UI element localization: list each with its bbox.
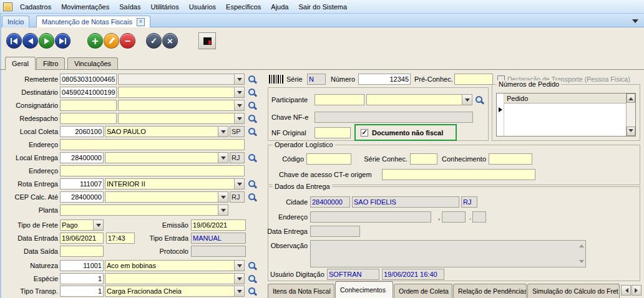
tipo-frete-combo[interactable]: Pago <box>60 219 104 231</box>
next-record-button[interactable] <box>39 33 54 49</box>
local-coleta-combo[interactable]: SAO PAULO <box>105 126 228 137</box>
numero-field[interactable]: 12345 <box>358 74 411 85</box>
consignatario-search-icon[interactable] <box>248 101 257 110</box>
nf-original-field[interactable] <box>315 127 351 138</box>
planta-combo[interactable] <box>60 204 228 216</box>
menu-usuarios[interactable]: Usuários <box>184 1 221 12</box>
menu-movimentacoes[interactable]: Movimentações <box>56 1 114 12</box>
tabs-scroll-right-button[interactable] <box>632 285 642 296</box>
remetente-search-icon[interactable] <box>248 75 257 84</box>
dropdown-arrow-icon[interactable] <box>218 153 228 163</box>
close-tab-icon[interactable]: × <box>137 18 145 26</box>
destinatario-code-field[interactable]: 04590241000199 <box>60 87 117 98</box>
tab-manutencao-notas-fiscais[interactable]: Manutenção de Notas Fiscais × <box>36 16 150 27</box>
dropdown-arrow-icon[interactable] <box>234 286 244 296</box>
add-record-button[interactable]: + <box>87 33 103 49</box>
natureza-code-field[interactable]: 11001 <box>60 260 104 271</box>
destinatario-search-icon[interactable] <box>248 88 257 97</box>
local-coleta-search-icon[interactable] <box>248 127 257 137</box>
dropdown-arrow-icon[interactable] <box>234 113 244 123</box>
dropdown-arrow-icon[interactable] <box>234 87 244 97</box>
last-record-button[interactable] <box>55 33 71 49</box>
dropdown-arrow-icon[interactable] <box>234 74 244 84</box>
tab-inicio[interactable]: Início <box>2 16 29 27</box>
data-saida-field[interactable] <box>60 246 104 257</box>
serie-conhec-field[interactable] <box>410 153 437 165</box>
dropdown-arrow-icon[interactable] <box>462 95 472 105</box>
tab-conhecimentos[interactable]: Conhecimentos <box>335 281 393 298</box>
participante-search-icon[interactable] <box>475 95 484 105</box>
consignatario-combo[interactable] <box>118 100 245 111</box>
documento-nao-fiscal-checkbox[interactable]: ✓ <box>361 129 368 137</box>
dropdown-arrow-icon[interactable] <box>234 100 244 110</box>
menu-utilitarios[interactable]: Utilitários <box>145 1 183 12</box>
tab-relacao-pendencias[interactable]: Relação de Pendências <box>453 284 527 298</box>
endereco-coleta-field[interactable] <box>60 139 245 150</box>
participante-code-field[interactable] <box>315 94 364 105</box>
local-coleta-code-field[interactable]: 2060100 <box>60 126 104 137</box>
pre-conhec-field[interactable] <box>454 74 493 85</box>
cep-calc-search-icon[interactable] <box>248 193 257 202</box>
tab-geral[interactable]: Geral <box>5 57 36 70</box>
tab-vinculacoes[interactable]: Vinculações <box>67 57 118 69</box>
dropdown-arrow-icon[interactable] <box>234 179 244 189</box>
dropdown-arrow-icon[interactable] <box>218 192 228 202</box>
cancel-button[interactable]: × <box>162 33 178 49</box>
tab-filtro[interactable]: Filtro <box>36 57 65 69</box>
tipo-transp-search-icon[interactable] <box>248 287 257 296</box>
menu-saidas[interactable]: Saídas <box>114 1 145 12</box>
data-entrada-date-field[interactable]: 19/06/2021 <box>60 233 104 244</box>
menu-cadastros[interactable]: Cadastros <box>15 1 56 12</box>
destinatario-combo[interactable] <box>118 87 245 98</box>
local-entrega-code-field[interactable]: 28400000 <box>60 152 104 163</box>
local-entrega-search-icon[interactable] <box>248 153 257 163</box>
dropdown-arrow-icon[interactable] <box>218 205 228 215</box>
tabs-scroll-left-button[interactable] <box>621 285 631 296</box>
tab-list-dropdown-icon[interactable] <box>632 19 638 26</box>
dropdown-arrow-icon[interactable] <box>93 220 103 230</box>
local-entrega-combo[interactable] <box>105 152 228 163</box>
participante-combo[interactable] <box>366 94 472 105</box>
rota-entrega-combo[interactable]: INTERIOR II <box>105 178 245 190</box>
menu-ajuda[interactable]: Ajuda <box>266 1 293 12</box>
redespacho-combo[interactable] <box>118 113 245 124</box>
tab-simulacao-calculo-frete[interactable]: Simulação do Cálculo do Fret <box>527 284 620 298</box>
consignatario-code-field[interactable] <box>60 100 117 111</box>
rota-entrega-search-icon[interactable] <box>248 180 257 189</box>
menu-sair-do-sistema[interactable]: Sair do Sistema <box>293 1 352 12</box>
dropdown-arrow-icon[interactable] <box>218 127 228 137</box>
redespacho-code-field[interactable] <box>60 113 117 124</box>
especie-code-field[interactable]: 1 <box>60 273 104 284</box>
pedido-list[interactable]: Pedido <box>496 93 636 137</box>
pedido-column-header[interactable]: Pedido <box>504 94 627 103</box>
device-button[interactable] <box>198 32 216 49</box>
delete-record-button[interactable]: − <box>120 33 135 49</box>
previous-record-button[interactable] <box>22 33 38 49</box>
especie-search-icon[interactable] <box>248 274 257 284</box>
tab-ordem-coleta[interactable]: Ordem de Coleta <box>394 284 452 298</box>
natureza-combo[interactable]: Aco em bobinas <box>105 260 245 271</box>
dropdown-arrow-icon[interactable] <box>234 261 244 271</box>
scroll-up-button[interactable] <box>627 94 635 103</box>
tab-itens-nota-fiscal[interactable]: Itens da Nota Fiscal <box>268 284 334 298</box>
chave-cte-field[interactable] <box>382 169 535 180</box>
natureza-search-icon[interactable] <box>248 261 257 271</box>
dropdown-arrow-icon[interactable] <box>234 274 244 284</box>
cep-calc-code-field[interactable]: 28400000 <box>60 191 104 203</box>
pedido-scrollbar[interactable] <box>626 94 635 136</box>
tipo-transp-code-field[interactable]: 1 <box>60 286 104 297</box>
data-entrada-time-field[interactable]: 17:43 <box>106 233 135 244</box>
cep-calc-combo[interactable] <box>105 191 228 203</box>
tipo-transp-combo[interactable]: Carga Fracionada Cheia <box>105 286 245 297</box>
endereco-entrega-field[interactable] <box>60 165 245 176</box>
conhecimento-field[interactable] <box>489 153 532 165</box>
codigo-field[interactable] <box>306 153 351 165</box>
emissao-field[interactable]: 19/06/2021 <box>191 219 246 231</box>
edit-record-button[interactable] <box>104 33 119 49</box>
confirm-button[interactable]: ✓ <box>146 33 162 49</box>
menu-especificos[interactable]: Específicos <box>221 1 266 12</box>
scroll-down-button[interactable] <box>627 127 635 136</box>
rota-entrega-code-field[interactable]: 111007 <box>60 178 104 190</box>
first-record-button[interactable] <box>6 33 22 49</box>
remetente-code-field[interactable]: 08053031000465 <box>60 74 117 85</box>
